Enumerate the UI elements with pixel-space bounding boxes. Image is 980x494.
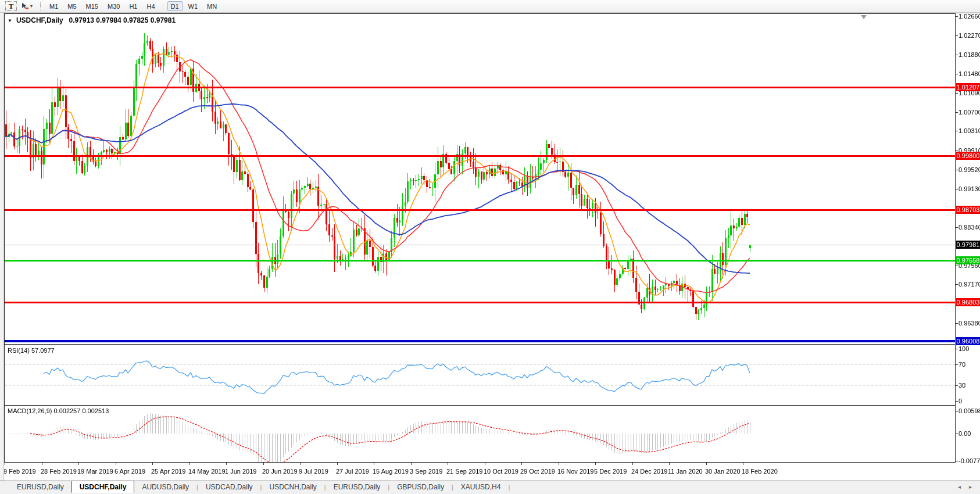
rsi-tick-label: 0: [958, 398, 962, 404]
date-tick-mark: [706, 463, 707, 465]
chart-tab-7-xauusd[interactable]: XAUUSD,H4: [453, 481, 509, 492]
price-tick-mark: [956, 266, 958, 266]
price-tick-mark: [956, 131, 958, 131]
date-tick-label: 29 Oct 2019: [520, 468, 555, 475]
timeframe-button-m15[interactable]: M15: [83, 1, 102, 11]
date-tick-mark: [337, 463, 338, 465]
toolbar-grip: [40, 2, 41, 10]
horizontal-level-line[interactable]: [5, 87, 955, 88]
date-tick-label: 24 Dec 2019: [631, 468, 667, 475]
horizontal-level-line[interactable]: [5, 245, 955, 245]
date-tick-label: 20 Jun 2019: [262, 468, 298, 475]
date-tick-mark: [300, 463, 301, 465]
date-tick-label: 25 Apr 2019: [151, 468, 185, 475]
date-tick-mark: [42, 463, 42, 465]
window-left-frame: [0, 13, 4, 481]
chart-ohlc-quotes: 0.97913 0.97984 0.97825 0.97981: [69, 16, 176, 24]
timeframe-button-w1[interactable]: W1: [185, 1, 202, 11]
chart-tab-6-gbpusd[interactable]: GBPUSD,Daily: [389, 481, 452, 492]
rsi-tick-mark: [956, 349, 958, 349]
date-tick-mark: [116, 463, 116, 465]
rsi-tick-mark: [956, 385, 958, 386]
price-tick-label: 1.00310: [958, 127, 980, 134]
text-tool-button[interactable]: T: [5, 1, 17, 11]
date-tick-mark: [521, 463, 522, 465]
timeframe-button-d1[interactable]: D1: [167, 1, 183, 11]
timeframe-button-h1[interactable]: H1: [126, 1, 141, 11]
macd-tick-label: -0.007737: [958, 457, 980, 464]
date-tick-label: 11 Jan 2020: [668, 468, 703, 475]
rsi-tick-label: 100: [958, 345, 969, 352]
date-tick-mark: [152, 463, 153, 465]
chart-title: ▼USDCHF,Daily0.97913 0.97984 0.97825 0.9…: [8, 16, 176, 24]
tabs-scroll-left-button[interactable]: ◂: [958, 484, 961, 490]
cursor-style-tool-button[interactable]: ▾: [19, 1, 34, 11]
date-tick-mark: [226, 463, 227, 465]
chart-tab-4-usdcnh[interactable]: USDCNH,Daily: [262, 481, 324, 492]
date-tick-mark: [632, 463, 633, 465]
macd-tick-mark: [956, 461, 958, 461]
date-tick-label: 9 Jul 2019: [299, 468, 328, 475]
date-tick-mark: [374, 463, 374, 465]
date-tick-mark: [78, 463, 79, 465]
date-tick-label: 6 Apr 2019: [115, 468, 145, 475]
timeframe-button-m1[interactable]: M1: [46, 1, 62, 11]
chart-tab-3-usdcad[interactable]: USDCAD,Daily: [198, 481, 260, 492]
chart-shift-marker-icon[interactable]: [861, 15, 867, 19]
date-tick-mark: [448, 463, 448, 465]
horizontal-level-line[interactable]: [5, 340, 955, 342]
price-level-badge: 0.97981: [956, 241, 980, 249]
price-tick-label: 1.02270: [958, 32, 980, 39]
chart-tab-0-eurusd[interactable]: EURUSD,Daily: [9, 481, 71, 492]
price-tick-label: 0.97170: [958, 281, 980, 288]
top-toolbar: T ▾ M1M5M15M30H1H4D1W1MN: [0, 0, 980, 13]
macd-tick-label: 0.00: [958, 430, 971, 437]
price-level-badge: 0.99800: [956, 152, 980, 160]
price-tick-mark: [956, 74, 958, 74]
horizontal-level-line[interactable]: [5, 209, 955, 211]
chart-tab-5-eurusd[interactable]: EURUSD,Daily: [326, 481, 388, 492]
macd-tick-mark: [956, 434, 958, 434]
price-tick-label: 1.01480: [958, 70, 980, 77]
price-level-badge: 0.96008: [956, 337, 980, 345]
timeframe-button-m5[interactable]: M5: [64, 1, 80, 11]
chart-collapse-icon[interactable]: ▼: [8, 18, 12, 23]
price-chart-canvas[interactable]: [4, 13, 956, 463]
price-tick-mark: [956, 93, 958, 94]
price-tick-mark: [956, 55, 958, 55]
date-tick-label: 27 Jul 2019: [336, 468, 369, 475]
timeframe-button-h4[interactable]: H4: [143, 1, 158, 11]
timeframe-toolbar: M1M5M15M30H1H4D1W1MN: [46, 0, 223, 12]
timeframe-button-m30[interactable]: M30: [104, 1, 123, 11]
horizontal-level-line[interactable]: [5, 260, 955, 262]
price-tick-label: 0.98340: [958, 224, 980, 231]
date-tick-mark: [743, 463, 743, 465]
date-tick-label: 5 Dec 2019: [594, 468, 627, 475]
price-tick-mark: [956, 323, 958, 324]
bottom-tabbar: EURUSD,DailyUSDCHF,DailyAUDUSD,Daily|USD…: [0, 481, 980, 492]
price-tick-mark: [956, 227, 958, 228]
date-tick-mark: [485, 463, 485, 465]
date-tick-label: 28 Feb 2019: [41, 468, 77, 475]
horizontal-level-line[interactable]: [5, 155, 955, 157]
price-tick-label: 0.99520: [958, 166, 980, 173]
date-tick-label: 21 Sep 2019: [446, 468, 482, 475]
date-tick-mark: [559, 463, 559, 465]
toolbar-separator: [163, 2, 163, 10]
tabbar-spacer: [0, 481, 9, 492]
rsi-tick-mark: [956, 401, 958, 402]
date-tick-label: 1 Jun 2019: [225, 468, 256, 475]
date-tick-mark: [595, 463, 596, 465]
tabs-scroll-right-button[interactable]: ▸: [969, 484, 972, 490]
macd-indicator-label: MACD(12,26,9) 0.002257 0.002513: [8, 407, 109, 414]
price-tick-label: 1.01880: [958, 51, 980, 58]
date-tick-mark: [189, 463, 190, 465]
horizontal-level-line[interactable]: [5, 302, 955, 303]
chart-tab-1-usdchf[interactable]: USDCHF,Daily: [71, 481, 135, 493]
chart-tab-2-audusd[interactable]: AUDUSD,Daily: [134, 481, 196, 492]
date-tick-label: 15 Aug 2019: [373, 468, 409, 475]
date-tick-label: 9 Feb 2019: [3, 468, 36, 475]
price-level-badge: 0.96803: [956, 298, 980, 306]
price-tick-mark: [956, 284, 958, 285]
timeframe-button-mn[interactable]: MN: [203, 1, 220, 11]
